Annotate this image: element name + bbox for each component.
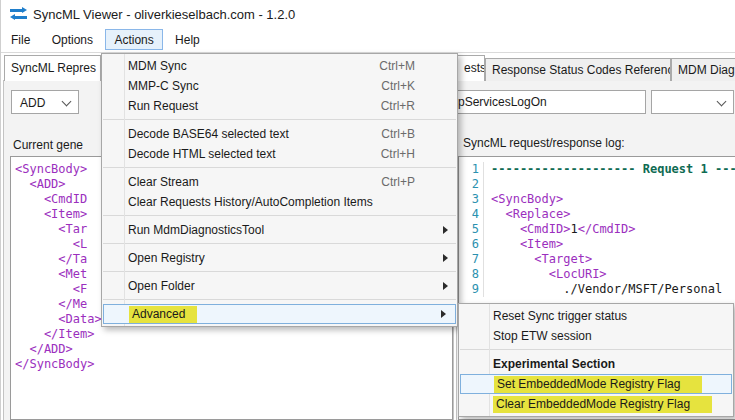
title-bar: SyncML Viewer - oliverkieselbach.com - 1… xyxy=(1,0,735,29)
advanced-submenu: Reset Sync trigger statusStop ETW sessio… xyxy=(458,303,734,417)
app-window: SyncML Viewer - oliverkieselbach.com - 1… xyxy=(0,0,735,420)
menu-item-mmp-c-sync[interactable]: MMP-C SyncCtrl+K xyxy=(102,76,457,96)
menu-item-label: Advanced xyxy=(129,306,197,323)
current-generated-label: Current gene xyxy=(13,138,83,152)
chevron-right-icon xyxy=(443,282,448,290)
code-line: 5 <CmdID>1</CmdID> xyxy=(459,222,735,237)
code-line: 8 <LocURI> xyxy=(459,267,735,282)
code-segment: <SyncBody> xyxy=(15,162,87,176)
menu-shortcut-label: Ctrl+H xyxy=(381,147,415,161)
menu-item-label: Stop ETW session xyxy=(493,329,592,343)
tab-label: ests xyxy=(458,56,484,75)
menu-item-open-registry[interactable]: Open Registry xyxy=(102,248,457,268)
menu-shortcut-label: Ctrl+R xyxy=(381,99,415,113)
menubar-item-file[interactable]: File xyxy=(2,29,39,50)
tab-mdm-diagnostics[interactable]: MDM Diag xyxy=(671,58,735,81)
menu-bar: File Options Actions Help xyxy=(1,29,735,53)
code-segment: <Replace> xyxy=(491,207,570,221)
menu-item-label: MDM Sync xyxy=(128,59,187,73)
menu-item-run-mdmdiagnosticstool[interactable]: Run MdmDiagnosticsTool xyxy=(102,220,457,240)
code-segment: </Item> xyxy=(15,327,94,341)
menu-item-label: Clear Stream xyxy=(128,175,199,189)
menu-item-decode-base64-selected-text[interactable]: Decode BASE64 selected textCtrl+B xyxy=(102,124,457,144)
line-number: 4 xyxy=(459,207,484,222)
menu-separator xyxy=(103,299,456,300)
line-number: 6 xyxy=(459,237,484,252)
code-segment: <ADD> xyxy=(15,177,66,191)
tab-label: MDM Diag xyxy=(672,59,735,77)
request-history-select[interactable] xyxy=(651,90,734,114)
code-segment: </Ta xyxy=(15,252,87,266)
tab-syncml-representation[interactable]: SyncML Repres xyxy=(4,55,101,81)
code-segment: </SyncBody> xyxy=(15,357,94,371)
code-line: 4 <Replace> xyxy=(459,207,735,222)
line-number: 1 xyxy=(459,162,484,177)
menu-separator xyxy=(103,271,456,272)
menubar-item-actions[interactable]: Actions xyxy=(105,29,162,50)
menu-item-label: Run Request xyxy=(128,99,198,113)
menu-item-label: Set EmbeddedMode Registry Flag xyxy=(494,376,702,393)
chevron-right-icon xyxy=(443,254,448,262)
code-line: 6 <Item> xyxy=(459,237,735,252)
menu-separator xyxy=(103,215,456,216)
tab-response-status-codes-reference[interactable]: Response Status Codes Reference xyxy=(485,58,671,81)
menu-item-open-folder[interactable]: Open Folder xyxy=(102,276,457,296)
code-segment: <Data> xyxy=(15,312,102,326)
menu-item-clear-requests-history-autocompletion-items[interactable]: Clear Requests History/AutoCompletion It… xyxy=(102,192,457,212)
code-segment: <L xyxy=(15,237,87,251)
menu-separator xyxy=(103,167,456,168)
menu-shortcut-label: Ctrl+M xyxy=(379,59,415,73)
code-line: </Item> xyxy=(11,327,452,342)
menu-item-label: Run MdmDiagnosticsTool xyxy=(128,223,264,237)
code-line: 2 xyxy=(459,177,735,192)
code-segment: <CmdID> xyxy=(491,222,570,236)
tab-label: Response Status Codes Reference xyxy=(486,59,670,77)
tab-syncml-requests[interactable]: ests xyxy=(458,55,485,81)
menu-item-advanced[interactable]: Advanced xyxy=(103,304,456,324)
line-number: 5 xyxy=(459,222,484,237)
menubar-item-help[interactable]: Help xyxy=(166,29,209,50)
menu-shortcut-label: Ctrl+B xyxy=(381,127,415,141)
menu-item-decode-html-selected-text[interactable]: Decode HTML selected textCtrl+H xyxy=(102,144,457,164)
line-number: 9 xyxy=(459,282,484,297)
code-segment: 1 xyxy=(570,222,577,236)
code-line: 9 ./Vendor/MSFT/Personal xyxy=(459,282,735,297)
menu-item-reset-sync-trigger-status[interactable]: Reset Sync trigger status xyxy=(459,306,733,326)
chevron-down-icon xyxy=(62,97,72,107)
menu-item-set-embeddedmode-registry-flag[interactable]: Set EmbeddedMode Registry Flag xyxy=(460,374,732,394)
menu-item-mdm-sync[interactable]: MDM SyncCtrl+M xyxy=(102,56,457,76)
code-segment: <SyncBody> xyxy=(491,192,563,206)
menu-separator xyxy=(103,119,456,120)
code-segment: <Tar xyxy=(15,222,87,236)
sync-arrows-icon xyxy=(10,7,27,22)
code-segment: ./Vendor/MSFT/Personal xyxy=(491,282,722,296)
menu-item-stop-etw-session[interactable]: Stop ETW session xyxy=(459,326,733,346)
locuri-input[interactable] xyxy=(452,90,646,114)
code-segment: <CmdID xyxy=(15,192,87,206)
code-segment: <Item> xyxy=(15,207,87,221)
menubar-item-options[interactable]: Options xyxy=(43,29,102,50)
menu-item-run-request[interactable]: Run RequestCtrl+R xyxy=(102,96,457,116)
menu-item-label: Clear EmbeddedMode Registry Flag xyxy=(493,396,712,413)
command-type-value: ADD xyxy=(20,96,45,110)
line-number: 7 xyxy=(459,252,484,267)
menu-item-label: Clear Requests History/AutoCompletion It… xyxy=(128,195,373,209)
menu-separator xyxy=(460,349,732,350)
code-line: </SyncBody> xyxy=(11,357,452,372)
menu-item-experimental-section[interactable]: Experimental Section xyxy=(459,354,733,374)
actions-menu: MDM SyncCtrl+MMMP-C SyncCtrl+KRun Reques… xyxy=(101,53,458,327)
code-line: 3<SyncBody> xyxy=(459,192,735,207)
code-segment: </Me xyxy=(15,297,87,311)
line-number: 8 xyxy=(459,267,484,282)
menu-item-label: Decode BASE64 selected text xyxy=(128,127,289,141)
log-label: SyncML request/response log: xyxy=(463,136,625,150)
menu-item-clear-embeddedmode-registry-flag[interactable]: Clear EmbeddedMode Registry Flag xyxy=(459,394,733,414)
code-segment: </CmdID> xyxy=(578,222,636,236)
command-type-select[interactable]: ADD xyxy=(11,90,79,114)
code-segment: <Met xyxy=(15,267,87,281)
menu-item-clear-stream[interactable]: Clear StreamCtrl+P xyxy=(102,172,457,192)
menu-shortcut-label: Ctrl+P xyxy=(381,175,415,189)
code-segment: <LocURI> xyxy=(491,267,607,281)
menu-item-label: Open Registry xyxy=(128,251,205,265)
chevron-down-icon xyxy=(717,97,727,107)
